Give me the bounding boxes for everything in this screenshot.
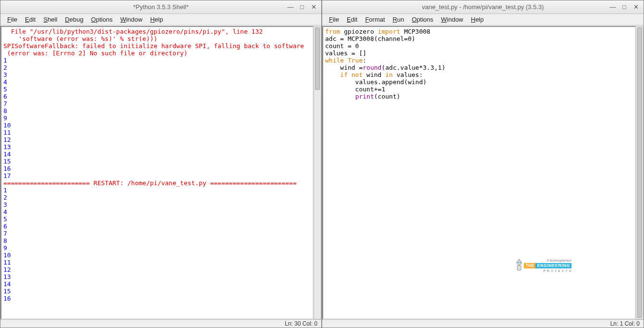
menu-edit[interactable]: Edit [21, 15, 39, 24]
menu-edit[interactable]: Edit [343, 15, 361, 24]
statusbar: Ln: 1 Col: 0 [322, 319, 644, 328]
code-line: if not wind in values: [325, 71, 633, 78]
robot-icon [514, 259, 524, 273]
output-line: 17 [3, 172, 311, 179]
watermark-proj: P R O J E C T S [524, 268, 571, 274]
menu-run[interactable]: Run [389, 15, 408, 24]
window-controls: — □ ✕ [286, 2, 318, 11]
window-controls: — □ ✕ [608, 2, 641, 11]
code-line: values = [] [325, 50, 633, 57]
output-line: 13 [3, 273, 311, 280]
svg-rect-3 [517, 265, 521, 270]
output-line: 7 [3, 100, 311, 107]
svg-point-0 [517, 260, 522, 265]
watermark-eng: ENGINEERING [535, 263, 571, 268]
output-line: 4 [3, 78, 311, 86]
output-line: 3 [3, 201, 311, 208]
editor-wrap: from gpiozero import MCP3008adc = MCP300… [322, 25, 644, 319]
editor-wrap: File "/usr/lib/python3/dist-packages/gpi… [0, 25, 321, 319]
output-line: 'software (error was: %s)' % str(e))) [3, 35, 311, 42]
output-line: 16 [3, 295, 311, 302]
scroll-thumb[interactable] [315, 27, 320, 90]
cursor-position: Ln: 30 Col: 0 [285, 320, 317, 327]
output-line: 10 [3, 122, 311, 129]
menubar: FileEditFormatRunOptionsWindowHelp [322, 14, 644, 25]
menubar: FileEditShellDebugOptionsWindowHelp [0, 14, 321, 25]
menu-window[interactable]: Window [437, 15, 467, 24]
code-line: adc = MCP3008(channel=0) [325, 35, 633, 42]
output-line: 4 [3, 208, 311, 215]
statusbar: Ln: 30 Col: 0 [0, 319, 321, 328]
output-line: 15 [3, 158, 311, 165]
menu-options[interactable]: Options [408, 15, 437, 24]
output-line: 5 [3, 215, 311, 223]
shell-output[interactable]: File "/usr/lib/python3/dist-packages/gpi… [0, 26, 314, 319]
code-line: wind =round(adc.value*3.3,1) [325, 64, 633, 71]
shell-window: *Python 3.5.3 Shell* — □ ✕ FileEditShell… [0, 0, 322, 328]
menu-help[interactable]: Help [146, 15, 167, 24]
output-line: 6 [3, 223, 311, 230]
cursor-position: Ln: 1 Col: 0 [610, 320, 640, 327]
output-line: 9 [3, 244, 311, 252]
output-line: 11 [3, 259, 311, 266]
scroll-thumb[interactable] [637, 27, 642, 318]
watermark-the: THE [524, 263, 535, 268]
output-line: 13 [3, 143, 311, 151]
maximize-button[interactable]: □ [620, 2, 629, 11]
output-line: 11 [3, 129, 311, 136]
code-line: from gpiozero import MCP3008 [325, 28, 633, 35]
output-line: (error was: [Errno 2] No such file or di… [3, 50, 311, 57]
code-line: while True: [325, 57, 633, 64]
output-line: 14 [3, 280, 311, 288]
code-line: print(count) [325, 93, 633, 100]
svg-point-2 [520, 262, 521, 263]
output-line: 5 [3, 86, 311, 93]
close-button[interactable]: ✕ [309, 2, 318, 11]
menu-options[interactable]: Options [87, 15, 117, 24]
output-line: 1 [3, 187, 311, 194]
svg-point-1 [518, 262, 519, 263]
output-line: 10 [3, 252, 311, 259]
output-line: 2 [3, 194, 311, 201]
output-line: 9 [3, 114, 311, 122]
code-line: values.append(wind) [325, 78, 633, 86]
editor-window: vane_test.py - /home/pi/vane_test.py (3.… [322, 0, 644, 328]
menu-shell[interactable]: Shell [39, 15, 61, 24]
watermark-small: # technopreneur [524, 258, 571, 263]
output-line: 8 [3, 107, 311, 114]
menu-file[interactable]: File [325, 15, 343, 24]
output-line: File "/usr/lib/python3/dist-packages/gpi… [3, 28, 311, 35]
window-title: vane_test.py - /home/pi/vane_test.py (3.… [422, 3, 544, 11]
output-line: 12 [3, 266, 311, 273]
output-line: 2 [3, 64, 311, 71]
titlebar[interactable]: *Python 3.5.3 Shell* — □ ✕ [0, 0, 321, 14]
output-line: 1 [3, 57, 311, 64]
menu-window[interactable]: Window [116, 15, 146, 24]
code-editor[interactable]: from gpiozero import MCP3008adc = MCP300… [322, 26, 636, 319]
menu-help[interactable]: Help [467, 15, 488, 24]
output-line: 7 [3, 230, 311, 237]
maximize-button[interactable]: □ [297, 2, 307, 11]
output-line: ======================= RESTART: /home/p… [3, 179, 311, 187]
svg-point-5 [519, 259, 520, 259]
output-line: 6 [3, 93, 311, 100]
output-line: 8 [3, 237, 311, 244]
menu-format[interactable]: Format [361, 15, 389, 24]
close-button[interactable]: ✕ [631, 2, 641, 11]
output-line: 12 [3, 136, 311, 143]
watermark-logo: # technopreneur THE ENGINEERING P R O J … [514, 258, 571, 274]
output-line: 3 [3, 71, 311, 78]
scrollbar[interactable] [636, 26, 644, 319]
code-line: count = 0 [325, 42, 633, 50]
output-line: 15 [3, 288, 311, 295]
output-line: 16 [3, 165, 311, 172]
titlebar[interactable]: vane_test.py - /home/pi/vane_test.py (3.… [322, 0, 644, 14]
menu-file[interactable]: File [3, 15, 21, 24]
code-line: count+=1 [325, 86, 633, 93]
output-line: 14 [3, 151, 311, 158]
menu-debug[interactable]: Debug [61, 15, 87, 24]
minimize-button[interactable]: — [286, 2, 295, 11]
minimize-button[interactable]: — [608, 2, 618, 11]
scrollbar[interactable] [314, 26, 321, 319]
output-line: SPISoftwareFallback: failed to initializ… [3, 42, 311, 50]
